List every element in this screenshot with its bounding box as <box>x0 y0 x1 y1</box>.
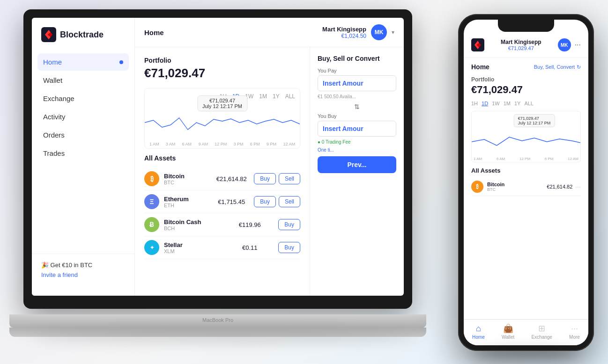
bch-actions: Buy <box>278 219 300 230</box>
sidebar-item-home[interactable]: Home <box>37 53 129 71</box>
bch-symbol: BCH <box>164 226 221 231</box>
bch-buy-button[interactable]: Buy <box>278 219 300 230</box>
you-pay-placeholder: Insert Amour <box>323 80 391 87</box>
left-panel: Portfolio €71,029.47 1H 1D 1W 1M <box>135 47 310 296</box>
user-info: Mart Kingisepp €1,024.50 MK ▾ <box>322 24 394 40</box>
assets-title: All Assets <box>144 154 300 162</box>
iphone-user-balance: €71,029.47 <box>484 45 558 51</box>
you-buy-placeholder: Insert Amour <box>323 125 391 132</box>
iphone-asset-more-icon[interactable]: ··· <box>575 183 581 190</box>
iphone-assets-title: All Assets <box>471 167 581 174</box>
ethereum-buy-button[interactable]: Buy <box>254 196 276 207</box>
preview-button[interactable]: Prev... <box>318 156 396 173</box>
iphone-filter-all[interactable]: ALL <box>524 101 534 106</box>
iphone-avatar[interactable]: MK <box>558 38 571 51</box>
iphone-tab-more[interactable]: ··· More <box>569 324 580 340</box>
iphone-page-title: Home <box>471 63 489 71</box>
iphone-filter-1d[interactable]: 1D <box>482 101 488 106</box>
bsc-panel: Buy, Sell or Convert You Pay Insert Amou… <box>310 47 404 296</box>
bitcoin-symbol: BTC <box>164 180 209 185</box>
iphone-xaxis-12am: 12 AM <box>568 157 578 161</box>
xaxis-6pm: 6 PM <box>250 142 260 146</box>
sidebar-item-label-home: Home <box>43 58 62 66</box>
wallet-icon: 👜 <box>503 323 513 334</box>
iphone-portfolio-chart: €71,029.47 July 12 12:17 PM 1 AM 6 AM 12… <box>471 111 581 162</box>
table-row: Ξ Etherum ETH €1,715.45 Buy Sell <box>144 190 300 213</box>
chart-tooltip: €71,029.47 July 12 12:17 PM <box>197 95 247 111</box>
iphone-user-name: Mart Kingisepp <box>484 39 558 45</box>
logo-text: Blocktrade <box>60 30 104 40</box>
macbook-foot <box>9 328 426 337</box>
app-layout: Blocktrade Home Wallet Exchange <box>32 18 404 296</box>
exchange-icon: ⊞ <box>538 323 545 334</box>
iphone-filter-1w[interactable]: 1W <box>492 101 500 106</box>
ethereum-sell-button[interactable]: Sell <box>279 196 300 207</box>
macbook-bezel: Blocktrade Home Wallet Exchange <box>23 9 412 309</box>
portfolio-label: Portfolio <box>144 57 300 64</box>
iphone-portfolio-value: €71,029.47 <box>471 84 581 96</box>
bch-value: €119.96 <box>221 221 278 228</box>
refresh-icon: ↻ <box>577 64 581 70</box>
active-indicator <box>119 60 123 64</box>
you-pay-input[interactable]: Insert Amour <box>318 75 396 91</box>
xaxis-9pm: 9 PM <box>267 142 276 146</box>
macbook-base <box>9 314 426 328</box>
sidebar-item-orders[interactable]: Orders <box>37 126 129 144</box>
bch-info: Bitcoin Cash BCH <box>164 218 221 231</box>
iphone-xaxis-12pm: 12 PM <box>519 157 530 161</box>
iphone-tab-wallet[interactable]: 👜 Wallet <box>502 323 514 340</box>
chevron-down-icon: ▾ <box>392 29 394 36</box>
xaxis-12am: 12 AM <box>283 142 295 146</box>
app-logo: Blocktrade <box>32 27 134 53</box>
iphone-filter-1h[interactable]: 1H <box>471 101 478 106</box>
iphone-filter-1m[interactable]: 1M <box>504 101 511 106</box>
user-name-area: Mart Kingisepp €1,024.50 <box>322 26 366 39</box>
iphone-tab-bar: ⌂ Home 👜 Wallet ⊞ Exchange ··· More <box>464 319 588 345</box>
bitcoin-sell-button[interactable]: Sell <box>279 173 300 184</box>
iphone-portfolio-label: Portfolio <box>471 76 581 83</box>
table-row: ✦ Stellar XLM €0.11 Buy <box>144 236 300 259</box>
sidebar-item-exchange[interactable]: Exchange <box>37 90 129 107</box>
sidebar-promo: 🎉 Get €10 in BTC Invite a friend <box>32 254 134 286</box>
swap-arrows-icon: ⇅ <box>318 103 396 110</box>
iphone-time-filters: 1H 1D 1W 1M 1Y ALL <box>471 101 581 106</box>
iphone-filter-1y[interactable]: 1Y <box>514 101 520 106</box>
iphone-chart-tooltip: €71,029.47 July 12 12:17 PM <box>514 114 555 127</box>
sidebar-item-trades[interactable]: Trades <box>37 145 129 162</box>
iphone-xaxis-1am: 1 AM <box>474 157 482 161</box>
bch-name: Bitcoin Cash <box>164 218 221 226</box>
you-buy-input[interactable]: Insert Amour <box>318 121 396 137</box>
iphone-bsc-link[interactable]: Buy, Sell, Convert ↻ <box>534 64 581 70</box>
bch-icon: Ƀ <box>144 217 159 232</box>
invite-link[interactable]: Invite a friend <box>41 271 78 278</box>
macbook-screen: Blocktrade Home Wallet Exchange <box>32 18 404 296</box>
bitcoin-icon: ₿ <box>144 171 159 186</box>
portfolio-value: €71,029.47 <box>144 66 300 80</box>
you-pay-label: You Pay <box>318 68 396 73</box>
bitcoin-buy-button[interactable]: Buy <box>254 173 276 184</box>
avatar[interactable]: MK <box>371 24 387 40</box>
bitcoin-name: Bitcoin <box>164 173 209 180</box>
iphone-bitcoin-icon: ₿ <box>471 181 483 193</box>
ethereum-value: €1,715.45 <box>209 198 254 205</box>
iphone-chart-xaxis: 1 AM 6 AM 12 PM 6 PM 12 AM <box>474 157 578 161</box>
user-name: Mart Kingisepp <box>322 26 366 33</box>
xlm-symbol: XLM <box>164 248 221 254</box>
iphone-tab-more-label: More <box>569 335 580 340</box>
ethereum-name: Etherum <box>164 196 209 203</box>
top-bar: Home Mart Kingisepp €1,024.50 MK ▾ <box>135 18 404 47</box>
sidebar-item-label-orders: Orders <box>43 131 65 139</box>
xaxis-3am: 3 AM <box>166 142 176 146</box>
more-options-icon[interactable]: ··· <box>575 41 581 49</box>
one-time-text: One ti... <box>318 147 396 153</box>
home-icon: ⌂ <box>476 324 481 334</box>
iphone-tab-exchange-label: Exchange <box>531 335 552 340</box>
sidebar-item-activity[interactable]: Activity <box>37 108 129 125</box>
assets-section: All Assets ₿ Bitcoin BTC €21,614.82 <box>144 154 300 259</box>
iphone-tab-home[interactable]: ⌂ Home <box>472 324 485 340</box>
iphone-list-item: ₿ Bitcoin BTC €21,614.82 ··· <box>471 178 581 196</box>
iphone-tab-exchange[interactable]: ⊞ Exchange <box>531 323 552 340</box>
sidebar-item-wallet[interactable]: Wallet <box>37 72 129 89</box>
xlm-buy-button[interactable]: Buy <box>278 242 300 253</box>
xlm-value: €0.11 <box>221 244 278 251</box>
